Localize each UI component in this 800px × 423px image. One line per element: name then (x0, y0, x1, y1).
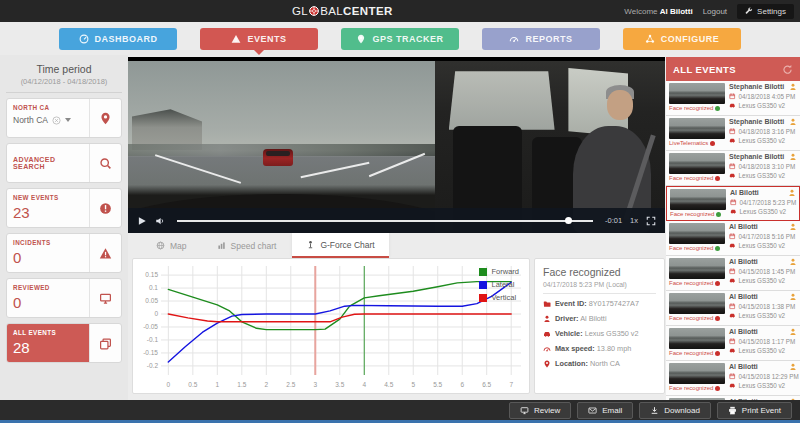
fullscreen-icon[interactable] (646, 216, 656, 226)
logout-link[interactable]: Logout (703, 7, 727, 16)
download-button[interactable]: Download (639, 402, 711, 419)
logo-text-mid: BAL (320, 5, 343, 17)
event-thumbnail[interactable] (669, 153, 725, 174)
calendar-icon (729, 128, 736, 135)
event-tag: Face recognized (669, 385, 725, 391)
event-list-item[interactable]: Face recognized Al Bilotti 04/15/2018 12… (666, 361, 800, 396)
settings-button[interactable]: Settings (737, 4, 794, 19)
nav-gps-tracker[interactable]: GPS TRACKER (341, 28, 459, 50)
playback-rate-button[interactable]: 1x (630, 216, 638, 225)
event-thumbnail[interactable] (669, 118, 725, 139)
tab-map[interactable]: Map (142, 233, 201, 258)
review-button[interactable]: Review (509, 402, 571, 419)
car-icon (729, 312, 736, 319)
event-list-item[interactable]: Face recognized Stephanie Bilotti 04/18/… (666, 151, 800, 186)
event-tag: Face recognized (669, 175, 725, 181)
event-list-item[interactable]: LiveTelematics Stephanie Bilotti 04/18/2… (666, 116, 800, 151)
legend-forward: Forward (479, 267, 519, 276)
print-event-button[interactable]: Print Event (717, 402, 792, 419)
search-button[interactable] (89, 144, 121, 182)
status-dot (715, 386, 720, 391)
warning-triangle-icon (231, 34, 241, 44)
event-thumbnail[interactable] (669, 363, 725, 384)
event-vehicle-row: Lexus GS350 v2 (729, 347, 797, 354)
calendar-icon (729, 303, 736, 310)
nav-reports[interactable]: REPORTS (482, 28, 600, 50)
event-details-title: Face recognized (543, 266, 656, 278)
driver-avatar-icon (789, 258, 797, 266)
calendar-icon (729, 163, 736, 170)
printer-icon (728, 406, 737, 415)
car-icon (543, 330, 551, 338)
event-list-item[interactable]: Face recognized Al Bilotti 04/17/2018 5:… (666, 186, 800, 221)
event-thumbnail[interactable] (669, 328, 725, 349)
welcome-text: Welcome Al Bilotti (624, 7, 692, 16)
event-list-item[interactable]: Face recognized Al Bilotti 04/17/2018 5:… (666, 221, 800, 256)
counter-incidents[interactable]: INCIDENTS 0 (6, 233, 122, 273)
status-dot (715, 316, 720, 321)
counter-value: 28 (13, 339, 83, 356)
event-tag: Face recognized (669, 280, 725, 286)
nav-events[interactable]: EVENTS (200, 28, 318, 50)
car-icon (729, 277, 736, 284)
email-button[interactable]: Email (577, 402, 633, 419)
calendar-icon (730, 199, 737, 206)
volume-icon[interactable] (155, 216, 165, 226)
event-thumbnail[interactable] (669, 83, 725, 104)
nav-dashboard[interactable]: DASHBOARD (59, 28, 177, 50)
driver-face (607, 90, 633, 120)
event-thumbnail[interactable] (670, 189, 726, 210)
counter-label: INCIDENTS (13, 239, 83, 246)
driver-avatar-icon (789, 83, 797, 91)
globe-icon (156, 241, 165, 250)
event-vehicle-row: Lexus GS350 v2 (729, 277, 797, 284)
chevron-down-icon[interactable] (65, 118, 71, 125)
region-select[interactable]: North CA (13, 115, 83, 125)
event-driver-name: Stephanie Bilotti (729, 153, 784, 160)
gauge-icon (79, 34, 89, 44)
time-period-range: (04/12/2018 - 04/18/2018) (10, 77, 118, 86)
advanced-search-card[interactable]: ADVANCED SEARCH (6, 143, 122, 183)
video-progress-bar[interactable] (177, 220, 593, 222)
nav-configure[interactable]: CONFIGURE (623, 28, 741, 50)
region-pin-button[interactable] (89, 99, 121, 137)
events-panel-header: ALL EVENTS (666, 57, 800, 81)
copy-stack-icon (99, 337, 112, 350)
search-icon (99, 157, 112, 170)
event-list-item[interactable]: Face recognized Stephanie Bilotti 04/18/… (666, 81, 800, 116)
progress-handle[interactable] (565, 217, 572, 224)
event-driver-name: Al Bilotti (729, 363, 758, 370)
tab-speed-chart[interactable]: Speed chart (203, 233, 291, 258)
region-value: North CA (13, 115, 48, 125)
location-row: Location: North CA (543, 359, 656, 368)
event-tag: Face recognized (669, 315, 725, 321)
event-list-item[interactable]: Face recognized Al Bilotti 04/15/2018 1:… (666, 256, 800, 291)
event-thumbnail[interactable] (669, 293, 725, 314)
event-thumbnail[interactable] (669, 223, 725, 244)
time-remaining: -0:01 (605, 216, 622, 225)
event-date-row: 04/18/2018 4:05 PM (729, 93, 797, 100)
event-date-row: 04/17/2018 5:23 PM (730, 199, 796, 206)
tab-gforce-chart[interactable]: G-Force Chart (292, 233, 388, 258)
counter-all-events[interactable]: ALL EVENTS 28 (6, 323, 122, 363)
svg-text:-0.05: -0.05 (143, 323, 158, 330)
play-button[interactable] (137, 216, 147, 226)
event-list-item[interactable]: Face recognized Al Bilotti 04/15/2018 1:… (666, 326, 800, 361)
driver-row: Driver: Al Bilotti (543, 314, 656, 323)
refresh-icon[interactable] (782, 64, 793, 75)
event-driver-name: Al Bilotti (729, 258, 758, 265)
counter-new-events[interactable]: NEW EVENTS 23 (6, 188, 122, 228)
event-date-row: 04/18/2018 3:10 PM (729, 163, 797, 170)
driver-avatar-icon (788, 189, 796, 197)
clear-region-icon[interactable] (52, 116, 61, 125)
event-list-item[interactable]: Face recognized Al Bilotti 04/15/2018 1:… (666, 291, 800, 326)
driver-avatar-icon (789, 363, 797, 371)
event-thumbnail[interactable] (669, 258, 725, 279)
driver-avatar-icon (789, 223, 797, 231)
video-player[interactable]: -0:01 1x (128, 57, 665, 233)
svg-text:0: 0 (154, 310, 158, 317)
counter-reviewed[interactable]: REVIEWED 0 (6, 278, 122, 318)
svg-text:7: 7 (509, 381, 513, 388)
counter-value: 0 (13, 294, 83, 311)
monitor-icon (99, 292, 112, 305)
